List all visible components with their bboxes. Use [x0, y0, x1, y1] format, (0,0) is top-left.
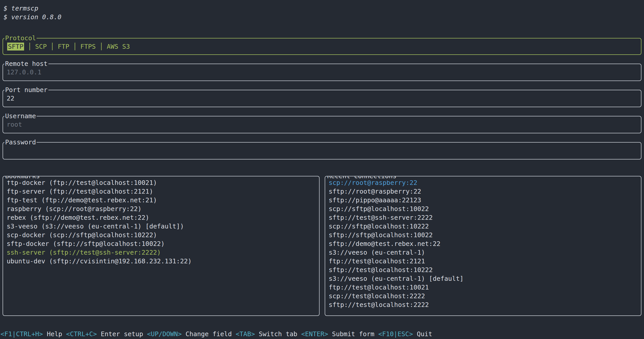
- app-header: $ termscp $ version 0.8.0: [0, 0, 644, 22]
- port-number-field[interactable]: Port number 22: [3, 90, 641, 107]
- list-item[interactable]: sftp://test@localhost:2222: [329, 301, 641, 309]
- help-key: <F1|CTRL+H>: [1, 330, 43, 338]
- list-item[interactable]: ftp://test@localhost:10021: [329, 283, 641, 292]
- list-item[interactable]: ftp-test (ftp://demo@test.rebex.net:21): [7, 196, 319, 205]
- remote-host-input[interactable]: 127.0.0.1: [7, 68, 41, 76]
- tab-divider: │: [73, 43, 77, 50]
- list-item[interactable]: scp://sftp@localhost:10222: [329, 222, 641, 231]
- bookmarks-panel-label: Bookmarks: [4, 176, 40, 181]
- list-item[interactable]: s3://veeso (eu-central-1) [default]: [329, 274, 641, 283]
- help-action: Submit form: [332, 330, 375, 338]
- help-key: <F10|ESC>: [378, 330, 413, 338]
- help-key: <CTRL+C>: [66, 330, 97, 338]
- list-item[interactable]: sftp://test@localhost:10222: [329, 266, 641, 274]
- list-item[interactable]: sftp://root@raspberry:22: [329, 187, 641, 196]
- list-item[interactable]: s3-veeso (s3://veeso (eu-central-1) [def…: [7, 222, 319, 231]
- help-key: <UP/DOWN>: [147, 330, 182, 338]
- list-item[interactable]: sftp://pippo@aaaaa:22123: [329, 196, 641, 205]
- list-item[interactable]: rebex (sftp://demo@test.rebex.net:22): [7, 213, 319, 222]
- help-action: Enter setup: [101, 330, 143, 338]
- username-field[interactable]: Username root: [3, 116, 641, 133]
- bookmarks-panel: Bookmarks ftp-docker (ftp://test@localho…: [3, 176, 320, 316]
- bookmarks-list: ftp-docker (ftp://test@localhost:10021)f…: [7, 178, 319, 266]
- password-label: Password: [4, 138, 37, 147]
- protocol-tabs-box: Protocol SFTP│SCP│FTP│FTPS│AWS S3: [3, 38, 641, 55]
- help-action: Change field: [186, 330, 232, 338]
- tab-divider: │: [28, 43, 31, 50]
- protocol-box-label: Protocol: [4, 34, 37, 43]
- port-number-label: Port number: [4, 86, 48, 94]
- list-item[interactable]: ftp://test@localhost:2121: [329, 257, 641, 266]
- tab-divider: │: [50, 43, 54, 50]
- list-item[interactable]: scp-docker (scp://sftp@localhost:10222): [7, 231, 319, 240]
- recent-connections-panel-label: Recent connections: [326, 176, 397, 181]
- remote-host-field[interactable]: Remote host 127.0.0.1: [3, 64, 641, 81]
- list-item[interactable]: scp://sftp@localhost:10022: [329, 205, 641, 213]
- protocol-tab-scp[interactable]: SCP: [35, 43, 47, 50]
- help-action: Help: [47, 330, 62, 338]
- recent-connections-panel: Recent connections scp://root@raspberry:…: [325, 176, 642, 316]
- password-field[interactable]: Password: [3, 142, 641, 159]
- list-item[interactable]: raspberry (scp://root@raspberry:22): [7, 205, 319, 213]
- username-label: Username: [4, 112, 37, 121]
- username-input[interactable]: root: [7, 121, 22, 128]
- list-item[interactable]: sftp://sftp@localhost:10022: [329, 231, 641, 240]
- list-item[interactable]: ftp-docker (ftp://test@localhost:10021): [7, 178, 319, 187]
- list-item[interactable]: ubuntu-dev (sftp://cvisintin@192.168.232…: [7, 257, 319, 266]
- protocol-tab-aws-s3[interactable]: AWS S3: [107, 43, 130, 50]
- protocol-tabs: SFTP│SCP│FTP│FTPS│AWS S3: [7, 43, 130, 50]
- help-key: <TAB>: [236, 330, 255, 338]
- list-item[interactable]: scp://test@localhost:2222: [329, 292, 641, 301]
- help-action: Quit: [417, 330, 432, 338]
- protocol-tab-ftp[interactable]: FTP: [58, 43, 69, 50]
- protocol-tab-sftp[interactable]: SFTP: [7, 43, 24, 51]
- app-version: $ version 0.8.0: [4, 13, 644, 22]
- termscp-terminal: $ termscp $ version 0.8.0 Protocol SFTP│…: [0, 0, 644, 339]
- list-item[interactable]: s3://veeso (eu-central-1): [329, 248, 641, 257]
- port-number-input[interactable]: 22: [7, 95, 14, 102]
- list-item[interactable]: sftp://test@ssh-server:2222: [329, 213, 641, 222]
- list-item[interactable]: sftp-docker (sftp://sftp@localhost:10022…: [7, 240, 319, 248]
- lists-row: Bookmarks ftp-docker (ftp://test@localho…: [3, 176, 641, 316]
- help-action: Switch tab: [259, 330, 298, 338]
- help-bar: <F1|CTRL+H> Help <CTRL+C> Enter setup <U…: [1, 330, 436, 338]
- list-item[interactable]: ssh-server (sftp://test@ssh-server:2222): [7, 248, 319, 257]
- help-key: <ENTER>: [301, 330, 328, 338]
- app-title: $ termscp: [4, 4, 644, 13]
- remote-host-label: Remote host: [4, 59, 48, 68]
- list-item[interactable]: sftp://demo@test.rebex.net:22: [329, 240, 641, 248]
- list-item[interactable]: ftp-server (ftp://test@localhost:2121): [7, 187, 319, 196]
- tab-divider: │: [99, 43, 103, 50]
- recent-connections-list: scp://root@raspberry:22sftp://root@raspb…: [329, 178, 641, 309]
- protocol-tab-ftps[interactable]: FTPS: [80, 43, 96, 50]
